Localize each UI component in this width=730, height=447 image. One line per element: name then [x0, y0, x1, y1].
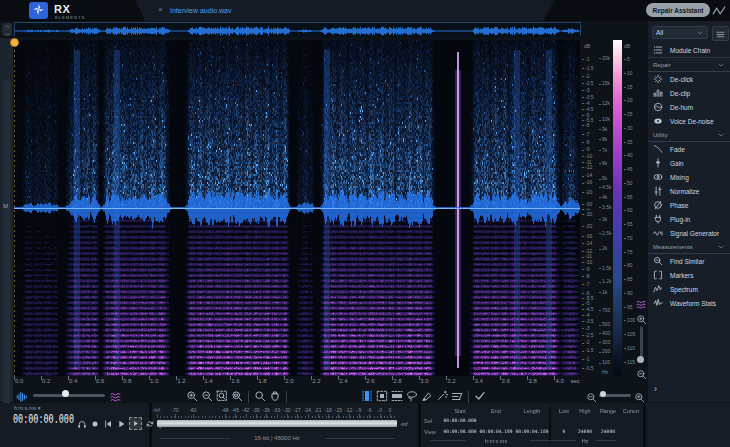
fade-icon [653, 144, 667, 154]
module-item-signal-generator[interactable]: Signal Generator [648, 226, 730, 240]
amp-scale-label: -6 [582, 122, 589, 128]
waveform-spectrogram-blend-slider[interactable] [33, 394, 105, 397]
colorbar-label: 85 [624, 276, 633, 282]
module-item-fade[interactable]: Fade [648, 142, 730, 156]
module-item-de-hum[interactable]: De-hum [648, 100, 730, 114]
module-menu-button[interactable] [712, 26, 729, 41]
colorbar-label: 50 [624, 180, 633, 186]
tab-close-button[interactable]: × [158, 6, 163, 14]
colorbar-label: 75 [624, 249, 633, 255]
meter-scale-label: -6 [367, 407, 371, 413]
ruler-tick-label: 0.0 [15, 378, 23, 384]
amp-scale-label: -4 [582, 312, 589, 318]
module-item-waveform-stats[interactable]: Waveform Stats [648, 296, 730, 310]
module-item-label: Gain [670, 160, 684, 167]
spectrogram-display[interactable] [14, 40, 580, 376]
section-header-utility[interactable]: Utility [648, 128, 730, 142]
freq-scale-label: 3.5k [599, 204, 611, 210]
ruler-tick-label: 0.6 [96, 378, 104, 384]
ruler-tick-label: 3.6 [501, 378, 509, 384]
amp-scale-label: -0.5 [582, 365, 594, 371]
module-filter-dropdown[interactable]: All [652, 26, 708, 39]
ruler-tick-label: 4.0 [555, 378, 563, 384]
tab-filename[interactable]: Interview audio.wav [170, 7, 231, 14]
info-row-label-view: View [424, 429, 436, 435]
meter-scale-label: -18 [325, 407, 332, 413]
module-chain-item[interactable]: Module Chain [648, 43, 730, 58]
ruler-tick-label: 0.8 [123, 378, 131, 384]
module-item-plug-in[interactable]: Plug-in [648, 212, 730, 226]
module-item-normalize[interactable]: Normalize [648, 184, 730, 198]
record-button[interactable] [90, 419, 100, 429]
module-item-markers[interactable]: Markers [648, 268, 730, 282]
amp-scale-label: -1 [582, 356, 589, 362]
meter-scale-label: -21 [314, 407, 321, 413]
vertical-zoom-thumb[interactable] [637, 356, 644, 363]
chevron-down-icon [696, 29, 704, 37]
meter-scale-label: -27 [294, 407, 301, 413]
overview-waveform[interactable] [14, 22, 581, 36]
meter-scale-label: -24 [304, 407, 311, 413]
module-item-spectrum[interactable]: Spectrum [648, 282, 730, 296]
overview-spinner[interactable] [2, 23, 12, 36]
izotope-logo [29, 2, 48, 19]
scrollbar-thumb[interactable] [3, 80, 10, 414]
colorbar-label: 35 [624, 139, 633, 145]
horizontal-zoom-thumb[interactable] [600, 391, 606, 397]
spectrum-icon [653, 284, 667, 294]
play-selection-button[interactable] [129, 417, 142, 430]
colorbar-label: 115 [624, 359, 635, 365]
amp-scale-label: -1.5 [582, 347, 594, 353]
meter-scale-label: -3 [377, 407, 381, 413]
amp-scale-label: -1 [582, 56, 589, 62]
colorbar-label: 95 [624, 304, 633, 310]
meter-scale-label: -15 [335, 407, 342, 413]
blend-slider-thumb[interactable] [62, 390, 69, 397]
freq-scale-label: 1.2k [599, 278, 611, 284]
play-button[interactable] [116, 419, 126, 429]
monitor-button[interactable] [77, 419, 87, 429]
module-item-de-clip[interactable]: De-clip [648, 86, 730, 100]
frequency-scale: 20k15k12k10k9k8k7k6k5k4.5k4k3.5k3k2.5k2k… [598, 38, 614, 384]
module-item-find-similar[interactable]: Find Similar [648, 254, 730, 268]
freq-scale-label: 200 [599, 348, 610, 354]
ruler-tick-label: 2.0 [285, 378, 293, 384]
module-item-voice-de-noise[interactable]: Voice De-noise [648, 114, 730, 128]
amp-scale-label: -20 [582, 189, 592, 195]
module-item-de-click[interactable]: De-click [648, 72, 730, 86]
freq-scale-label: 1k [599, 289, 607, 295]
module-item-label: De-click [670, 76, 693, 83]
module-item-mixing[interactable]: Mixing [648, 170, 730, 184]
playhead-handle[interactable] [10, 38, 19, 47]
vertical-scrollbar[interactable] [0, 38, 13, 402]
waveform-stats-icon [653, 298, 667, 308]
amp-scale-label: -3 [582, 87, 589, 93]
workflow-icon[interactable] [712, 4, 726, 22]
ruler-tick-label: 1.0 [150, 378, 158, 384]
colorbar-label: 110 [624, 345, 635, 351]
amp-scale-label: -14 [582, 172, 592, 178]
de-click-icon [653, 74, 667, 84]
vertical-zoom-out-button[interactable] [636, 366, 647, 384]
voice-de-noise-icon [653, 116, 667, 126]
module-item-label: Find Similar [670, 258, 704, 265]
meter-scale-label: -33 [273, 407, 280, 413]
ruler-tick-label: 0.2 [42, 378, 50, 384]
module-item-label: Waveform Stats [670, 300, 716, 307]
panel-collapse-arrow[interactable]: › [654, 384, 657, 394]
repair-assistant-button[interactable]: Repair Assistant [646, 3, 710, 17]
freq-scale-label: 4.5k [599, 184, 611, 190]
section-header-measurements[interactable]: Measurements [648, 240, 730, 254]
loop-button[interactable] [145, 419, 155, 429]
toolbar-separator [286, 391, 287, 403]
module-item-phase[interactable]: Phase [648, 198, 730, 212]
info-freq-unit: Hz [582, 438, 589, 444]
go-to-start-button[interactable] [103, 419, 113, 429]
colorbar-label: 40 [624, 152, 633, 158]
module-item-label: Normalize [670, 188, 699, 195]
section-header-repair[interactable]: Repair [648, 58, 730, 72]
colorbar-label: 55 [624, 194, 633, 200]
chevron-up-icon [4, 22, 11, 30]
colorbar-label: 25 [624, 111, 633, 117]
module-item-gain[interactable]: Gain [648, 156, 730, 170]
